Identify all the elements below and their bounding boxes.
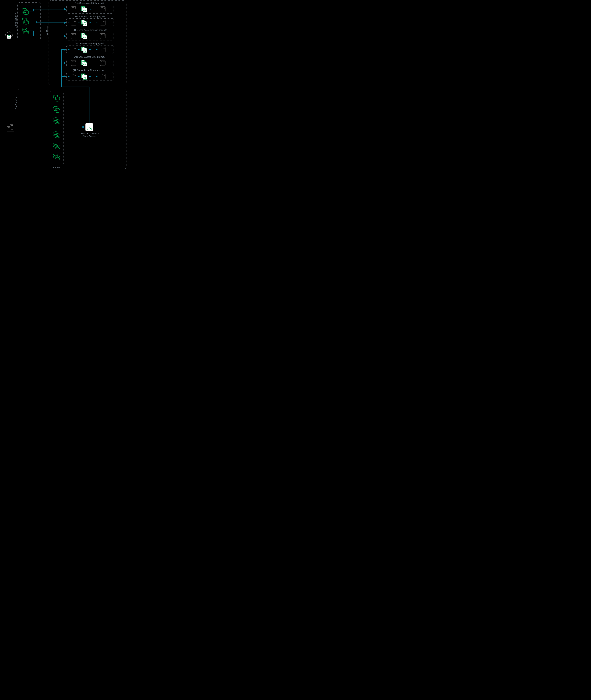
qlik-cloud-label: Qlik Cloud [46,26,48,37]
cloud-source-databases [22,8,28,34]
gateway-to-projects-connections [62,50,89,123]
project-title: Qlik Sense Asset CRM project1 [74,15,105,18]
architecture-diagram: QV QVD [0,0,134,174]
project-title: Qlik Sense Asset CRM project2 [74,56,105,58]
sources-label: Sources [53,166,61,169]
onprem-source-databases [53,95,60,160]
gateway-label-1: Qlik Data Gateway [80,132,98,135]
project-title: Qlik Sense Asset Finance project2 [72,29,107,31]
on-premise-label: On-Premise [15,97,17,109]
project-title: Qlik Sense Asset Finance project1 [72,69,107,71]
gateway-icon [85,123,93,131]
sources-box [50,91,63,166]
gateway-label-2: Direct Access [82,135,96,137]
database-badge-icon [7,35,11,39]
cloud-sources-box [17,3,41,40]
project-rows: Qlik Sense Asset RH project2 Qlik Sense … [66,2,113,81]
building-icon [7,125,14,131]
cloud-sources-label: Cloud Sources [14,13,17,28]
project-title: Qlik Sense Asset RH project2 [75,2,104,4]
project-title: Qlik Sense Asset RH project1 [75,42,104,45]
on-premise-box [18,89,126,169]
